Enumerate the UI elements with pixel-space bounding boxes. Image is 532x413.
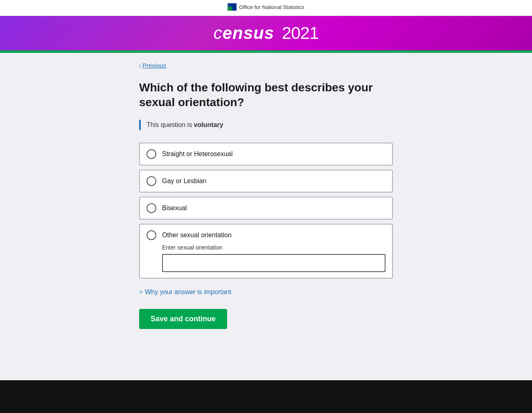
other-sub-label: Enter sexual orientation <box>162 244 385 251</box>
back-link[interactable]: ‹ Previous <box>139 62 166 69</box>
option-other[interactable]: Other sexual orientation Enter sexual or… <box>139 224 393 279</box>
chevron-left-icon: ‹ <box>139 62 141 68</box>
option-bisexual[interactable]: Bisexual <box>139 197 393 220</box>
census-word: census <box>214 23 274 43</box>
content-wrapper: ‹ Previous Which of the following best d… <box>131 61 401 329</box>
save-continue-button[interactable]: Save and continue <box>139 309 227 329</box>
radio-circle-straight <box>147 149 156 159</box>
ons-logo: Office for National Statistics <box>228 3 304 11</box>
option-straight[interactable]: Straight or Heterosexual <box>139 143 393 166</box>
ons-bar: Office for National Statistics <box>0 0 532 16</box>
voluntary-notice: This question is voluntary <box>139 120 393 130</box>
census-year: 2021 <box>282 23 318 43</box>
ons-logo-text: Office for National Statistics <box>239 4 304 10</box>
option-straight-label: Straight or Heterosexual <box>162 150 233 158</box>
radio-circle-other <box>147 230 156 240</box>
ons-logo-icon <box>228 3 237 11</box>
back-label: Previous <box>142 62 166 69</box>
option-gay[interactable]: Gay or Lesbian <box>139 170 393 193</box>
census-title: census 2021 <box>0 23 532 43</box>
bottom-bar <box>0 380 532 413</box>
option-other-top: Other sexual orientation <box>147 230 385 240</box>
main-content: ‹ Previous Which of the following best d… <box>0 53 532 400</box>
chevron-right-icon: > <box>139 289 142 295</box>
radio-circle-gay <box>147 176 156 186</box>
radio-circle-bisexual <box>147 203 156 213</box>
why-link-label: Why your answer is important <box>145 288 231 296</box>
voluntary-bold: voluntary <box>194 121 223 128</box>
census-header: census 2021 <box>0 16 532 50</box>
svg-rect-2 <box>228 7 232 11</box>
other-text-input[interactable] <box>162 254 385 272</box>
option-bisexual-label: Bisexual <box>162 204 187 212</box>
svg-rect-3 <box>232 7 237 11</box>
radio-group: Straight or Heterosexual Gay or Lesbian … <box>139 143 393 279</box>
option-gay-label: Gay or Lesbian <box>162 177 207 185</box>
question-heading: Which of the following best describes yo… <box>139 80 393 110</box>
svg-rect-1 <box>232 3 237 7</box>
option-other-label: Other sexual orientation <box>162 231 232 239</box>
voluntary-text: This question is voluntary <box>141 120 223 130</box>
why-answer-link[interactable]: > Why your answer is important <box>139 288 231 296</box>
voluntary-prefix: This question is <box>147 121 194 128</box>
